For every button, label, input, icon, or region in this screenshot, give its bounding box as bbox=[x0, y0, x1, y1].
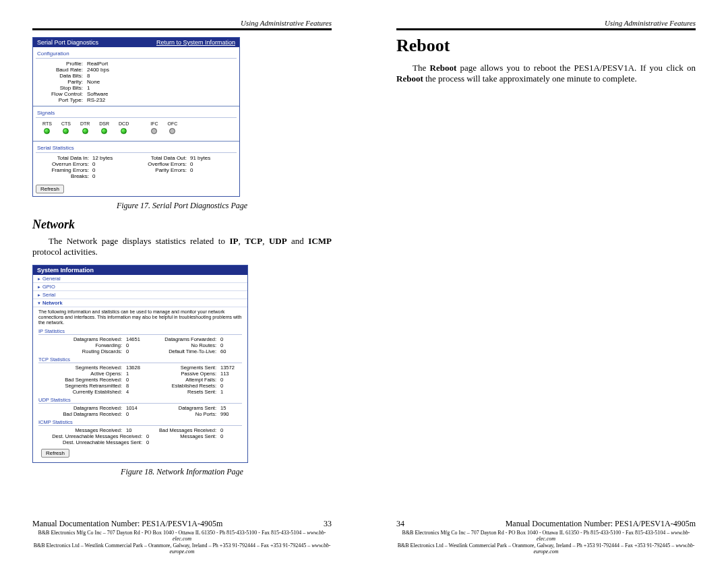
parity-label: Parity: bbox=[38, 79, 87, 85]
page-34: Using Administrative Features Reboot The… bbox=[364, 0, 728, 562]
flow-value: Software bbox=[87, 91, 109, 97]
icmp-mr-v: 10 bbox=[126, 427, 150, 433]
tcp-re-l: Segments Retransmitted: bbox=[38, 383, 126, 389]
udp-np-v: 990 bbox=[220, 411, 241, 417]
stopbits-label: Stop Bits: bbox=[38, 85, 87, 91]
serial-diag-title: Serial Port Diagnostics bbox=[37, 39, 98, 46]
breaks-value: 0 bbox=[92, 173, 95, 179]
and-text: and bbox=[287, 236, 309, 246]
dtr-label: DTR bbox=[80, 121, 90, 126]
tcp-bs-l: Bad Segments Received: bbox=[38, 377, 126, 383]
reboot-bold2: Reboot bbox=[396, 73, 423, 84]
rule bbox=[32, 28, 332, 30]
framing-value: 0 bbox=[92, 167, 95, 173]
config-heading: Configuration bbox=[36, 50, 237, 59]
dsr-led-icon bbox=[101, 128, 107, 134]
nav-gpio[interactable]: GPIO bbox=[33, 283, 247, 291]
figure-17: Serial Port Diagnostics Return to System… bbox=[32, 37, 332, 211]
icmp-bm-v: 0 bbox=[220, 427, 241, 433]
ip-rd-l: Routing Discards: bbox=[38, 348, 126, 354]
tcp-rs-v: 1 bbox=[220, 389, 241, 395]
nav-serial[interactable]: Serial bbox=[33, 291, 247, 299]
reboot-paragraph: The Reboot page allows you to reboot the… bbox=[396, 63, 696, 85]
icmp-bold: ICMP bbox=[308, 236, 332, 246]
porttype-label: Port Type: bbox=[38, 97, 87, 103]
page-33: Using Administrative Features Serial Por… bbox=[0, 0, 364, 562]
tcp-po-l: Passive Opens: bbox=[150, 371, 220, 377]
network-info-window: System Information General GPIO Serial N… bbox=[32, 265, 248, 463]
icmp-stats-heading: ICMP Statistics bbox=[38, 419, 242, 426]
net-para-b: protocol activities. bbox=[32, 247, 98, 257]
tcp-af-l: Attempt Fails: bbox=[150, 377, 220, 383]
tcp-sr-v: 13628 bbox=[126, 365, 150, 371]
nav-general[interactable]: General bbox=[33, 275, 247, 283]
ip-rd-v: 0 bbox=[126, 348, 150, 354]
refresh-button-2[interactable]: Refresh bbox=[41, 449, 69, 458]
page-number-33: 33 bbox=[324, 519, 332, 529]
tcp-bold: TCP bbox=[245, 236, 262, 246]
icmp-du-l: Dest. Unreachable Messages Received: bbox=[38, 433, 146, 439]
doc-number-right: Manual Documentation Number: PES1A/PESV1… bbox=[506, 519, 696, 529]
reboot-bold1: Reboot bbox=[430, 63, 457, 73]
network-heading: Network bbox=[32, 218, 332, 232]
ip-stats-heading: IP Statistics bbox=[38, 328, 242, 335]
ip-fw-l: Forwarding: bbox=[38, 342, 126, 348]
overrun-value: 0 bbox=[92, 161, 95, 167]
udp-ds-l: Datagrams Sent: bbox=[150, 405, 220, 411]
foot-line1: B&B Electronics Mfg Co Inc – 707 Dayton … bbox=[38, 530, 307, 536]
footer-left: Manual Documentation Number: PES1A/PESV1… bbox=[32, 519, 332, 555]
body-left: Serial Port Diagnostics Return to System… bbox=[32, 36, 332, 519]
icmp-ds-l: Dest. Unreachable Messages Sent: bbox=[38, 439, 146, 445]
icmp-ms-l: Messages Sent: bbox=[160, 433, 220, 439]
sysinfo-title: System Information bbox=[33, 266, 247, 275]
return-link[interactable]: Return to System Information bbox=[156, 39, 235, 46]
parityerr-label: Parity Errors: bbox=[136, 167, 190, 173]
tcp-ao-l: Active Opens: bbox=[38, 371, 126, 377]
baud-label: Baud Rate: bbox=[38, 67, 87, 73]
ip-dr-l: Datagrams Received: bbox=[38, 336, 126, 342]
breaks-label: Breaks: bbox=[38, 173, 92, 179]
ip-fw-v: 0 bbox=[126, 342, 150, 348]
net-para-a: The Network page displays statistics rel… bbox=[49, 236, 229, 246]
tdo-value: 91 bytes bbox=[190, 155, 210, 161]
flow-label: Flow Control: bbox=[38, 91, 87, 97]
tcp-ce-v: 4 bbox=[126, 389, 150, 395]
nav-network[interactable]: Network bbox=[33, 299, 247, 307]
rts-led-icon bbox=[44, 128, 50, 134]
running-head-left: Using Administrative Features bbox=[32, 19, 332, 27]
tcp-ss-l: Segments Sent: bbox=[150, 365, 220, 371]
udp-dr-v: 1014 bbox=[126, 405, 150, 411]
tcp-er-l: Established Resets: bbox=[150, 383, 220, 389]
nav-network-label: Network bbox=[42, 300, 63, 306]
reboot-heading: Reboot bbox=[396, 36, 696, 56]
stopbits-value: 1 bbox=[87, 85, 90, 91]
ifc-led-icon bbox=[151, 128, 157, 134]
ip-df-l: Datagrams Forwarded: bbox=[150, 336, 220, 342]
overrun-label: Overrun Errors: bbox=[38, 161, 92, 167]
refresh-button[interactable]: Refresh bbox=[36, 185, 64, 193]
tcp-ce-l: Currently Established: bbox=[38, 389, 126, 395]
baud-value: 2400 bps bbox=[87, 67, 109, 73]
udp-dr-l: Datagrams Received: bbox=[38, 405, 126, 411]
running-head-right: Using Administrative Features bbox=[396, 19, 696, 27]
tcp-stats-heading: TCP Statistics bbox=[38, 356, 242, 363]
icmp-du-v: 0 bbox=[146, 433, 160, 439]
rule-right bbox=[396, 28, 696, 30]
udp-ds-v: 15 bbox=[220, 405, 241, 411]
foot-line2: B&B Electronics Ltd – Westlink Commercia… bbox=[34, 542, 312, 549]
ip-bold: IP bbox=[229, 236, 238, 246]
foot-line1-r: B&B Electronics Mfg Co Inc – 707 Dayton … bbox=[402, 530, 671, 536]
tdo-label: Total Data Out: bbox=[136, 155, 190, 161]
ip-nr-v: 0 bbox=[220, 342, 241, 348]
cts-led-icon bbox=[63, 128, 69, 134]
network-paragraph: The Network page displays statistics rel… bbox=[32, 236, 332, 258]
network-desc: The following information and statistics… bbox=[38, 309, 242, 325]
overflow-label: Overflow Errors: bbox=[136, 161, 190, 167]
udp-bold: UDP bbox=[269, 236, 287, 246]
signals-heading: Signals bbox=[36, 109, 237, 118]
signal-leds: RTS CTS DTR DSR DCD IFC OFC bbox=[38, 120, 234, 138]
udp-np-l: No Ports: bbox=[150, 411, 220, 417]
ip-ttl-l: Default Time-To-Live: bbox=[150, 348, 220, 354]
ofc-led-icon bbox=[169, 128, 175, 134]
ip-df-v: 0 bbox=[220, 336, 241, 342]
